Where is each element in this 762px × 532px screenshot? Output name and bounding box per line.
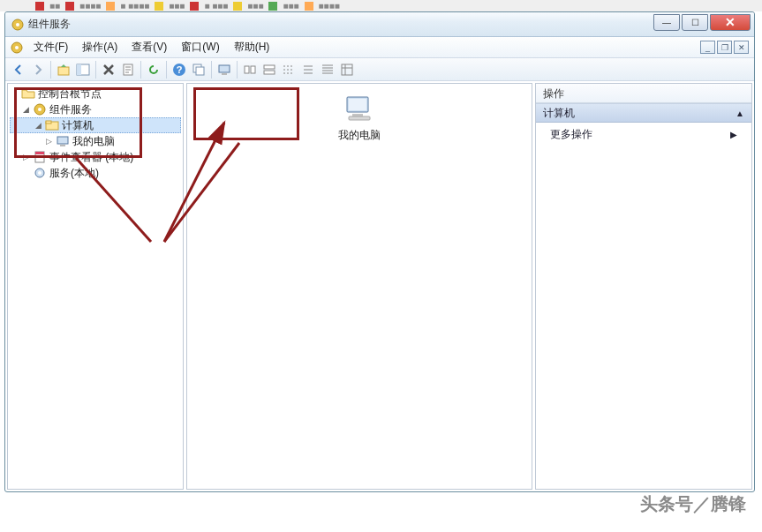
list-item-my-computer[interactable]: 我的电脑	[338, 93, 381, 143]
computer-icon	[343, 93, 375, 124]
tree-node-component-services[interactable]: ◢ 组件服务	[10, 101, 181, 117]
folder-open-icon	[21, 86, 35, 101]
properties-button[interactable]	[118, 60, 138, 79]
minimize-button[interactable]: —	[653, 14, 680, 31]
twisty-icon	[10, 89, 19, 99]
up-button[interactable]	[54, 60, 73, 79]
svg-rect-11	[196, 67, 204, 75]
svg-point-3	[15, 46, 19, 49]
svg-rect-17	[264, 71, 275, 74]
menu-file[interactable]: 文件(F)	[26, 40, 75, 55]
window-title: 组件服务	[28, 17, 653, 32]
svg-rect-14	[245, 66, 249, 73]
titlebar[interactable]: 组件服务 — ☐ ✕	[5, 12, 754, 37]
event-viewer-icon	[33, 150, 47, 164]
view-list-icon[interactable]	[298, 60, 318, 79]
menu-view[interactable]: 查看(V)	[124, 40, 174, 55]
child-minimize-button[interactable]: _	[700, 41, 715, 54]
svg-rect-22	[46, 121, 51, 124]
forward-button[interactable]	[28, 60, 48, 79]
chevron-up-icon: ▲	[736, 109, 744, 118]
computer-icon	[56, 134, 70, 148]
menu-window[interactable]: 窗口(W)	[174, 40, 226, 55]
menu-help[interactable]: 帮助(H)	[227, 40, 277, 55]
svg-rect-18	[342, 64, 352, 75]
svg-rect-32	[349, 116, 370, 120]
svg-text:?: ?	[177, 64, 183, 75]
component-services-icon	[11, 18, 25, 32]
chevron-right-icon: ▶	[730, 130, 737, 139]
tree-node-event-viewer[interactable]: ▷ 事件查看器 (本地)	[10, 149, 181, 165]
mycomputer-toolbar-icon[interactable]	[215, 60, 234, 79]
component-services-icon	[10, 41, 24, 55]
back-button[interactable]	[9, 60, 28, 79]
component-services-icon	[33, 102, 47, 116]
svg-point-1	[16, 23, 19, 26]
show-hide-tree-button[interactable]	[73, 60, 93, 79]
tree-node-console-root[interactable]: 控制台根节点	[10, 86, 181, 101]
collapsed-icon: ▷	[44, 137, 54, 146]
svg-point-28	[38, 171, 41, 175]
svg-rect-26	[35, 152, 44, 154]
action-pane: 操作 计算机 ▲ 更多操作 ▶	[535, 83, 752, 490]
main-window: 组件服务 — ☐ ✕ 文件(F) 操作(A) 查看(V) 窗口(W) 帮助(H)…	[4, 11, 755, 492]
view-detail-icon[interactable]	[318, 60, 337, 79]
svg-rect-30	[349, 99, 366, 110]
svg-rect-12	[219, 65, 230, 72]
folder-icon	[45, 118, 59, 132]
collapsed-icon: ▷	[21, 153, 31, 162]
svg-point-20	[38, 108, 41, 111]
maximize-button[interactable]: ☐	[682, 14, 708, 31]
svg-rect-4	[58, 67, 69, 75]
twisty-icon	[21, 169, 31, 178]
gear-icon	[33, 166, 47, 180]
view-apps-icon[interactable]	[240, 60, 260, 79]
close-button[interactable]: ✕	[710, 14, 751, 31]
tree-node-computers[interactable]: ◢ 计算机	[10, 117, 181, 133]
svg-rect-6	[77, 64, 81, 75]
help-button[interactable]: ?	[170, 60, 189, 79]
new-window-button[interactable]	[189, 60, 208, 79]
child-close-button[interactable]: ✕	[734, 41, 749, 54]
tree-pane: 控制台根节点 ◢ 组件服务 ◢ 计算机 ▷ 我的电脑	[7, 83, 184, 490]
view-objects-icon[interactable]	[279, 60, 298, 79]
watermark: 头条号／腾锋	[640, 492, 746, 516]
action-more[interactable]: 更多操作 ▶	[536, 123, 751, 146]
list-pane: 我的电脑	[186, 83, 532, 490]
svg-rect-13	[222, 73, 227, 75]
view-detail2-icon[interactable]	[337, 60, 357, 79]
view-processes-icon[interactable]	[260, 60, 279, 79]
menubar: 文件(F) 操作(A) 查看(V) 窗口(W) 帮助(H) _ ❐ ✕	[5, 37, 754, 58]
svg-rect-15	[251, 66, 255, 73]
delete-button[interactable]	[99, 60, 118, 79]
child-restore-button[interactable]: ❐	[717, 41, 732, 54]
toolbar: ?	[5, 58, 754, 81]
tree-node-my-computer[interactable]: ▷ 我的电脑	[10, 133, 181, 149]
menu-action[interactable]: 操作(A)	[75, 40, 124, 55]
svg-rect-24	[60, 145, 65, 146]
expanded-icon: ◢	[34, 121, 43, 131]
background-tabs: ■■ ■■■■ ■ ■■■■ ■■■ ■ ■■■ ■■■ ■■■ ■■■■	[0, 0, 762, 11]
expanded-icon: ◢	[21, 105, 31, 115]
action-group-header[interactable]: 计算机 ▲	[536, 103, 751, 123]
action-pane-title: 操作	[536, 84, 751, 103]
refresh-button[interactable]	[144, 60, 163, 79]
svg-rect-23	[57, 137, 68, 144]
svg-rect-16	[264, 65, 275, 69]
tree-node-services[interactable]: 服务(本地)	[10, 165, 181, 181]
